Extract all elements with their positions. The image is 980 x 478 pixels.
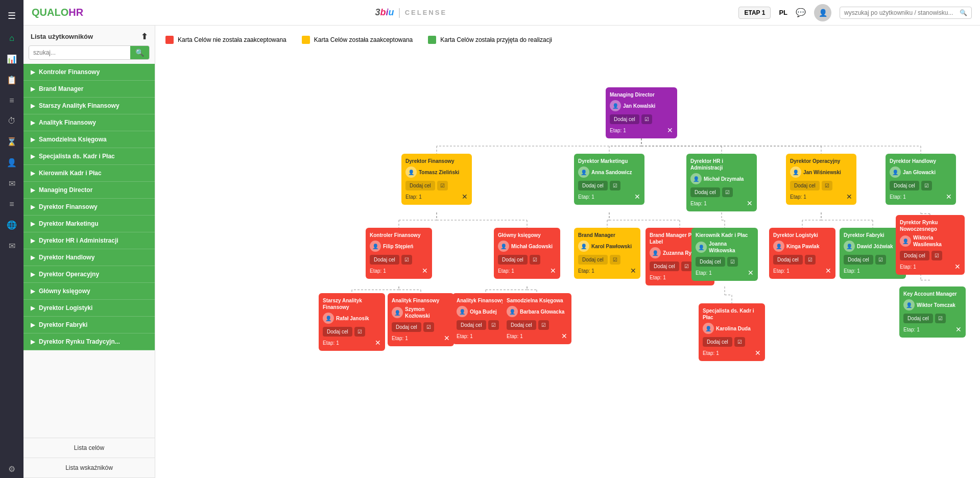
sidebar-item-13[interactable]: ▶Główny księgowy xyxy=(23,283,155,300)
nav-send[interactable]: ✉ xyxy=(0,175,23,193)
btn-check-kontroler-finansowy[interactable]: ☑ xyxy=(401,255,412,265)
node-close-samodzielna-ksiegowa[interactable]: ✕ xyxy=(561,332,567,340)
btn-add-analityk-finansowy2[interactable]: Dodaj cel xyxy=(457,320,486,330)
btn-check-dyrektor-operacyjny[interactable]: ☑ xyxy=(822,181,832,190)
sidebar-bottom-indicators[interactable]: Lista wskaźników xyxy=(23,458,155,478)
nav-globe[interactable]: 🌐 xyxy=(0,216,23,234)
sidebar-item-15[interactable]: ▶Dyrektor Fabryki xyxy=(23,317,155,333)
node-close-brand-manager[interactable]: ✕ xyxy=(630,267,636,275)
btn-add-dyrektor-rynku[interactable]: Dodaj cel xyxy=(900,251,929,260)
sidebar-item-6[interactable]: ▶Kierownik Kadr i Płac xyxy=(23,165,155,182)
btn-check-glowny-ksiegowy[interactable]: ☑ xyxy=(530,255,540,265)
btn-add-dyrektor-hr[interactable]: Dodaj cel xyxy=(690,187,720,197)
btn-check-key-account[interactable]: ☑ xyxy=(935,314,946,323)
btn-check-brand-manager[interactable]: ☑ xyxy=(610,255,620,265)
sidebar-label-8: Dyrektor Finansowy xyxy=(39,203,98,210)
btn-add-dyrektor-handlowy[interactable]: Dodaj cel xyxy=(890,181,919,190)
btn-add-brand-manager[interactable]: Dodaj cel xyxy=(578,255,608,265)
chart-area[interactable]: Karta Celów nie została zaakceptowana Ka… xyxy=(155,26,980,478)
btn-check-kierownik-kadr[interactable]: ☑ xyxy=(727,257,738,267)
sidebar-item-0[interactable]: ▶Kontroler Finansowy xyxy=(23,64,155,81)
user-avatar[interactable]: 👤 xyxy=(814,4,831,21)
btn-check-dyrektor-hr[interactable]: ☑ xyxy=(722,187,733,197)
sidebar-item-3[interactable]: ▶Analityk Finansowy xyxy=(23,114,155,131)
sidebar-item-1[interactable]: ▶Brand Manager xyxy=(23,81,155,98)
nav-menu2[interactable]: ≡ xyxy=(0,196,23,213)
sidebar-export-icon[interactable]: ⬆ xyxy=(141,32,148,41)
btn-add-specjalista-kadr[interactable]: Dodaj cel xyxy=(703,337,732,347)
messages-icon[interactable]: 💬 xyxy=(796,8,806,17)
node-close-kontroler-finansowy[interactable]: ✕ xyxy=(422,267,428,275)
nav-list[interactable]: ≡ xyxy=(0,92,23,109)
node-close-dyrektor-operacyjny[interactable]: ✕ xyxy=(846,193,852,201)
node-close-glowny-ksiegowy[interactable]: ✕ xyxy=(550,267,556,275)
sidebar-search-input[interactable] xyxy=(29,46,130,59)
btn-check-dyrektor-rynku[interactable]: ☑ xyxy=(931,251,942,260)
node-close-dyrektor-marketingu[interactable]: ✕ xyxy=(634,193,640,201)
node-name-key-account: Wiktor Tomczak xyxy=(917,302,955,308)
nav-person[interactable]: 👤 xyxy=(0,154,23,172)
btn-add-samodzielna-ksiegowa[interactable]: Dodaj cel xyxy=(507,320,536,330)
sidebar-item-8[interactable]: ▶Dyrektor Finansowy xyxy=(23,199,155,216)
sidebar-item-5[interactable]: ▶Specjalista ds. Kadr i Płac xyxy=(23,148,155,165)
btn-add-dyrektor-operacyjny[interactable]: Dodaj cel xyxy=(790,181,820,190)
nav-home[interactable]: ⌂ xyxy=(0,30,23,47)
btn-check-analityk-finansowy2[interactable]: ☑ xyxy=(488,320,499,330)
btn-check-analityk-finansowy1[interactable]: ☑ xyxy=(423,322,434,332)
node-close-analityk-finansowy1[interactable]: ✕ xyxy=(444,334,450,342)
btn-check-dyrektor-finansowy[interactable]: ☑ xyxy=(437,181,448,190)
btn-check-dyrektor-handlowy[interactable]: ☑ xyxy=(921,181,932,190)
node-close-starszy-analityk[interactable]: ✕ xyxy=(375,339,381,347)
search-input[interactable] xyxy=(844,9,957,16)
btn-add-analityk-finansowy1[interactable]: Dodaj cel xyxy=(392,322,421,332)
nav-hourglass[interactable]: ⌛ xyxy=(0,133,23,151)
node-close-dyrektor-hr[interactable]: ✕ xyxy=(747,199,753,207)
node-close-specjalista-kadr[interactable]: ✕ xyxy=(755,349,761,357)
sidebar-item-16[interactable]: ▶Dyrektor Rynku Tradycyjn... xyxy=(23,333,155,350)
sidebar-item-7[interactable]: ▶Managing Director xyxy=(23,182,155,199)
sidebar-item-14[interactable]: ▶Dyrektor Logistyki xyxy=(23,300,155,317)
btn-check-dyrektor-fabryki[interactable]: ☑ xyxy=(875,255,886,265)
btn-add-starszy-analityk[interactable]: Dodaj cel xyxy=(323,327,352,337)
nav-report[interactable]: 📋 xyxy=(0,71,23,89)
node-close-dyrektor-rynku[interactable]: ✕ xyxy=(954,262,961,271)
sidebar-item-12[interactable]: ▶Dyrektor Operacyjny xyxy=(23,266,155,283)
nav-settings[interactable]: ⚙ xyxy=(0,460,23,478)
hamburger-menu[interactable]: ☰ xyxy=(0,5,23,27)
btn-check-specjalista-kadr[interactable]: ☑ xyxy=(734,337,745,347)
lang-selector[interactable]: PL xyxy=(779,9,787,16)
sidebar-item-11[interactable]: ▶Dyrektor Handlowy xyxy=(23,249,155,266)
btn-add-key-account[interactable]: Dodaj cel xyxy=(903,314,933,323)
node-close-dyrektor-finansowy[interactable]: ✕ xyxy=(462,193,468,201)
sidebar-item-9[interactable]: ▶Dyrektor Marketingu xyxy=(23,216,155,232)
nav-clock[interactable]: ⏱ xyxy=(0,112,23,130)
btn-check-samodzielna-ksiegowa[interactable]: ☑ xyxy=(538,320,549,330)
nav-mail[interactable]: ✉ xyxy=(0,237,23,255)
sidebar-item-10[interactable]: ▶Dyrektor HR i Administracji xyxy=(23,232,155,249)
btn-add-dyrektor-logistyki[interactable]: Dodaj cel xyxy=(773,255,803,265)
sidebar-item-2[interactable]: ▶Starszy Analityk Finansowy xyxy=(23,98,155,114)
sidebar-search-button[interactable]: 🔍 xyxy=(130,46,149,59)
search-icon[interactable]: 🔍 xyxy=(960,9,967,16)
btn-check-brand-manager-pl[interactable]: ☑ xyxy=(681,261,692,271)
btn-check-dyrektor-marketingu[interactable]: ☑ xyxy=(610,181,620,190)
sidebar-item-4[interactable]: ▶Samodzielna Księgowa xyxy=(23,131,155,148)
sidebar-bottom-goals[interactable]: Lista celów xyxy=(23,438,155,458)
btn-add-dyrektor-fabryki[interactable]: Dodaj cel xyxy=(844,255,873,265)
btn-add-managing-director[interactable]: Dodaj cel xyxy=(610,114,639,124)
node-close-managing-director[interactable]: ✕ xyxy=(667,126,673,134)
node-close-dyrektor-handlowy[interactable]: ✕ xyxy=(946,193,952,201)
btn-check-starszy-analityk[interactable]: ☑ xyxy=(354,327,365,337)
node-close-kierownik-kadr[interactable]: ✕ xyxy=(748,269,754,277)
btn-add-brand-manager-pl[interactable]: Dodaj cel xyxy=(650,261,679,271)
node-close-key-account[interactable]: ✕ xyxy=(955,325,962,333)
btn-add-glowny-ksiegowy[interactable]: Dodaj cel xyxy=(498,255,528,265)
btn-add-dyrektor-marketingu[interactable]: Dodaj cel xyxy=(578,181,608,190)
btn-check-dyrektor-logistyki[interactable]: ☑ xyxy=(805,255,816,265)
btn-add-kierownik-kadr[interactable]: Dodaj cel xyxy=(696,257,725,267)
node-close-dyrektor-logistyki[interactable]: ✕ xyxy=(825,267,831,275)
nav-chart[interactable]: 📊 xyxy=(0,50,23,68)
btn-check-managing-director[interactable]: ☑ xyxy=(641,114,652,124)
btn-add-kontroler-finansowy[interactable]: Dodaj cel xyxy=(370,255,399,265)
btn-add-dyrektor-finansowy[interactable]: Dodaj cel xyxy=(405,181,435,190)
